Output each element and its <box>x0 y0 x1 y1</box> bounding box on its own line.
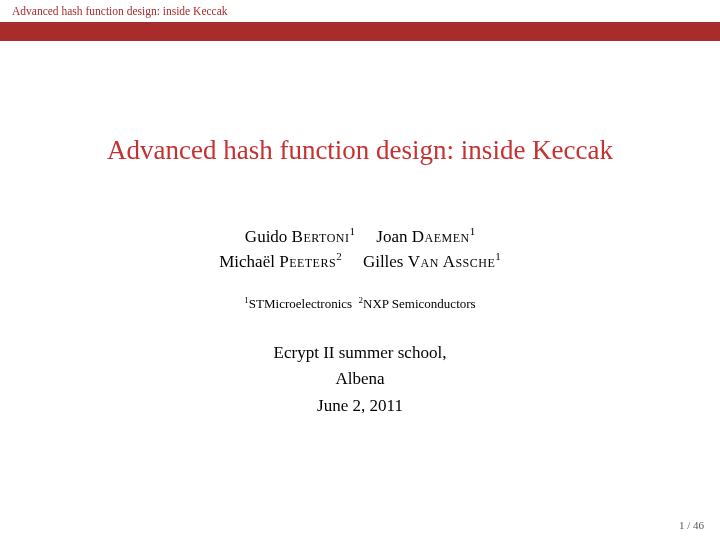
author-3-last: Peeters <box>279 252 336 271</box>
author-3: Michaël Peeters2 <box>219 252 346 271</box>
author-2-last: Daemen <box>412 227 470 246</box>
page-number: 1 / 46 <box>679 519 704 531</box>
venue-line-2: Albena <box>0 366 720 392</box>
author-4-first: Gilles <box>363 252 404 271</box>
page-total: 46 <box>693 519 704 531</box>
affil-2-text: NXP Semiconductors <box>363 296 476 311</box>
author-1-aff: 1 <box>350 225 356 237</box>
author-3-first: Michaël <box>219 252 275 271</box>
slide-title: Advanced hash function design: inside Ke… <box>0 135 720 166</box>
header-accent-bar <box>0 22 720 41</box>
author-2-aff: 1 <box>470 225 476 237</box>
header-section-label: Advanced hash function design: inside Ke… <box>12 5 228 17</box>
author-3-aff: 2 <box>336 250 342 262</box>
affil-1-text: STMicroelectronics <box>249 296 352 311</box>
author-4: Gilles Van Assche1 <box>363 252 501 271</box>
author-2-first: Joan <box>376 227 407 246</box>
venue-block: Ecrypt II summer school, Albena June 2, … <box>0 340 720 419</box>
page-sep: / <box>684 519 693 531</box>
author-block: Guido Bertoni1 Joan Daemen1 Michaël Peet… <box>0 225 720 274</box>
author-2: Joan Daemen1 <box>376 227 475 246</box>
author-4-aff: 1 <box>495 250 501 262</box>
author-4-last: Van Assche <box>408 252 496 271</box>
venue-line-1: Ecrypt II summer school, <box>0 340 720 366</box>
affiliations: 1STMicroelectronics 2NXP Semiconductors <box>0 296 720 312</box>
venue-line-3: June 2, 2011 <box>0 393 720 419</box>
author-1-first: Guido <box>245 227 288 246</box>
author-1-last: Bertoni <box>292 227 350 246</box>
author-1: Guido Bertoni1 <box>245 227 359 246</box>
